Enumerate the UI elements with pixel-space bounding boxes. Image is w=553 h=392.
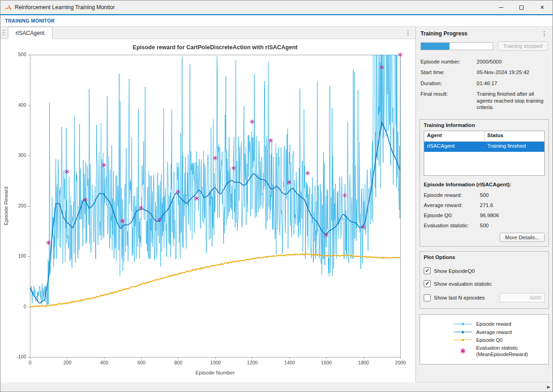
field-label: Duration: bbox=[421, 80, 477, 86]
field-episode-q0: Episode Q0: 96.9806 bbox=[424, 213, 545, 218]
field-value: 96.9806 bbox=[480, 213, 499, 218]
minimize-icon bbox=[499, 7, 503, 8]
legend-item-evaluation-statistic: ∗ Evaluation statistic (MeanEpisodeRewar… bbox=[420, 345, 548, 358]
matlab-logo-icon bbox=[5, 4, 12, 11]
table-header-row: Agent Status bbox=[424, 131, 544, 142]
progress-fields: Episode number: 2000/5000 Start time: 05… bbox=[421, 58, 548, 115]
show-last-n-episodes-checkbox[interactable]: ✓ bbox=[424, 294, 431, 301]
button-row: More Details... bbox=[424, 233, 545, 242]
field-label: Average reward: bbox=[424, 202, 480, 208]
field-label: Final result: bbox=[421, 91, 477, 110]
toolstrip: TRAINING MONITOR bbox=[0, 14, 553, 27]
field-duration: Duration: 01:46:17 bbox=[421, 80, 548, 86]
legend-line-sample bbox=[452, 324, 473, 324]
training-plot-canvas bbox=[0, 39, 415, 382]
legend-item-episode-reward: Episode reward bbox=[420, 321, 548, 327]
training-information-title: Training Information bbox=[420, 120, 548, 130]
option-show-evaluation-statistic: ✓ Show evaluation statistic bbox=[424, 280, 545, 287]
field-episode-number: Episode number: 2000/5000 bbox=[421, 58, 548, 65]
title-bar: Reinforcement Learning Training Monitor … bbox=[0, 0, 553, 14]
tab-rlsacagent[interactable]: rlSACAgent bbox=[8, 27, 52, 39]
option-label: Show evaluation statistic bbox=[434, 281, 492, 287]
plot-options-body: ✓ Show EpisodeQ0 ✓ Show evaluation stati… bbox=[420, 262, 548, 308]
maximize-icon bbox=[519, 6, 524, 10]
training-information-section: Training Information Agent Status rlSACA… bbox=[420, 119, 549, 247]
field-start-time: Start time: 05-Nov-2024 19:25:42 bbox=[421, 69, 548, 75]
legend-label: Evaluation statistic (MeanEpisodeReward) bbox=[476, 345, 528, 358]
field-label: Evaluation statistic: bbox=[424, 223, 480, 228]
field-episode-reward: Episode reward: 500 bbox=[424, 192, 545, 198]
legend-asterisk-sample: ∗ bbox=[452, 349, 473, 353]
status-bar: ▶ bbox=[0, 382, 553, 392]
option-show-last-n-episodes: ✓ Show last N episodes bbox=[424, 293, 545, 302]
show-episodeq0-checkbox[interactable]: ✓ bbox=[424, 267, 431, 274]
table-row[interactable]: rlSACAgent Training finished bbox=[424, 142, 544, 152]
progress-row: Training stopped bbox=[421, 41, 548, 51]
plot-menu-icon[interactable]: ⋮ bbox=[405, 29, 411, 36]
field-label: Start time: bbox=[421, 69, 477, 75]
main-content: rlSACAgent ⋮ Training Progress ⋮ Trainin… bbox=[0, 27, 553, 382]
field-value: 500 bbox=[480, 223, 489, 228]
plot-legend: Episode reward Average reward Episode Q0… bbox=[420, 314, 549, 364]
training-information-body: Agent Status rlSACAgent Training finishe… bbox=[420, 130, 548, 246]
check-icon: ✓ bbox=[425, 268, 429, 273]
maximize-button[interactable] bbox=[511, 0, 532, 14]
agent-status-table: Agent Status rlSACAgent Training finishe… bbox=[424, 131, 545, 176]
legend-label: Episode Q0 bbox=[476, 337, 502, 343]
progress-fill bbox=[421, 43, 449, 50]
field-evaluation-statistic: Evaluation statistic: 500 bbox=[424, 223, 545, 228]
field-value: 01:46:17 bbox=[477, 80, 548, 86]
plot-options-section: Plot Options ✓ Show EpisodeQ0 ✓ Show eva… bbox=[420, 251, 549, 309]
window-controls: ✕ bbox=[490, 0, 553, 14]
field-label: Episode reward: bbox=[424, 192, 480, 198]
plot-area bbox=[0, 39, 415, 382]
close-button[interactable]: ✕ bbox=[532, 0, 553, 14]
legend-item-episode-q0: Episode Q0 bbox=[420, 337, 548, 343]
show-evaluation-statistic-checkbox[interactable]: ✓ bbox=[424, 280, 431, 287]
field-value: Training finished after all agents reach… bbox=[477, 91, 548, 110]
document-area: rlSACAgent ⋮ bbox=[0, 27, 415, 382]
window-title: Reinforcement Learning Training Monitor bbox=[15, 4, 115, 11]
panel-menu-icon[interactable]: ⋮ bbox=[541, 30, 547, 37]
table-cell-agent: rlSACAgent bbox=[424, 142, 484, 152]
table-header-agent: Agent bbox=[424, 131, 484, 141]
doc-tab-label: rlSACAgent bbox=[16, 30, 45, 36]
field-value: 05-Nov-2024 19:25:42 bbox=[477, 69, 548, 75]
option-label: Show EpisodeQ0 bbox=[434, 268, 475, 274]
legend-label: Episode reward bbox=[476, 321, 511, 327]
legend-line-sample bbox=[452, 340, 473, 340]
legend-item-average-reward: Average reward bbox=[420, 329, 548, 335]
field-value: 2000/5000 bbox=[477, 58, 548, 65]
field-value: 271.6 bbox=[480, 202, 493, 208]
field-value: 500 bbox=[480, 192, 489, 198]
document-tabstrip: rlSACAgent ⋮ bbox=[0, 27, 415, 39]
check-icon: ✓ bbox=[425, 281, 429, 286]
app-window: Reinforcement Learning Training Monitor … bbox=[0, 0, 553, 392]
panel-header: Training Progress ⋮ bbox=[416, 27, 553, 39]
option-label: Show last N episodes bbox=[434, 295, 485, 300]
plot-options-title: Plot Options bbox=[420, 252, 548, 262]
field-final-result: Final result: Training finished after al… bbox=[421, 91, 548, 110]
panel-expand-icon[interactable]: ▶ bbox=[547, 385, 550, 389]
panel-title: Training Progress bbox=[421, 30, 467, 37]
drag-handle-icon[interactable] bbox=[0, 27, 7, 39]
legend-line-sample bbox=[452, 332, 473, 332]
table-cell-status: Training finished bbox=[484, 142, 544, 152]
minimize-button[interactable] bbox=[490, 0, 511, 14]
field-average-reward: Average reward: 271.6 bbox=[424, 202, 545, 208]
legend-label: Average reward bbox=[476, 329, 512, 335]
training-progress-bar bbox=[421, 42, 493, 50]
option-show-episodeq0: ✓ Show EpisodeQ0 bbox=[424, 267, 545, 274]
asterisk-icon: ∗ bbox=[460, 349, 466, 353]
table-header-status: Status bbox=[484, 131, 544, 141]
close-icon: ✕ bbox=[540, 5, 544, 10]
more-details-button[interactable]: More Details... bbox=[500, 233, 545, 242]
field-label: Episode number: bbox=[421, 58, 477, 65]
episode-information-title: Episode Information (rlSACAgent): bbox=[424, 182, 545, 187]
tab-training-monitor[interactable]: TRAINING MONITOR bbox=[0, 18, 59, 23]
last-n-episodes-input[interactable] bbox=[500, 293, 545, 302]
field-label: Episode Q0: bbox=[424, 213, 480, 218]
training-stopped-button[interactable]: Training stopped bbox=[498, 41, 548, 51]
training-progress-panel: Training Progress ⋮ Training stopped Epi… bbox=[415, 27, 553, 382]
